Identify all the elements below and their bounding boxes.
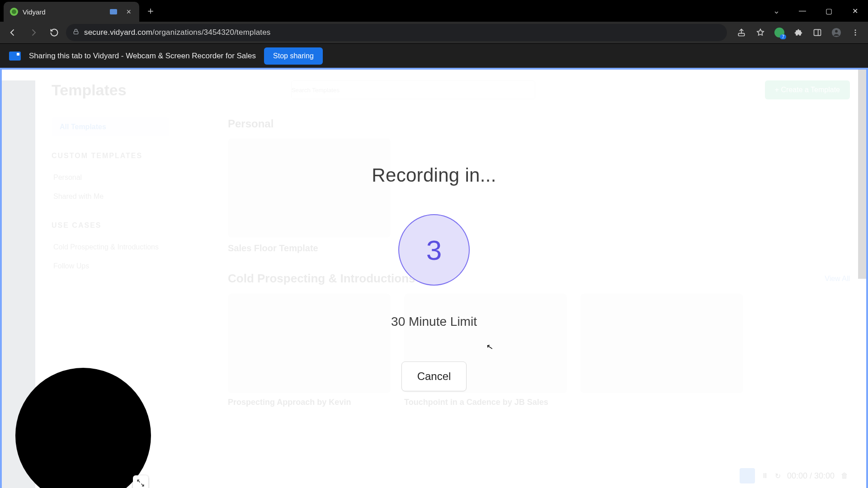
recording-limit-text: 30 Minute Limit [391,314,477,329]
restart-icon[interactable]: ↻ [775,472,781,480]
window-controls: ⌄ — ▢ ✕ [763,0,868,22]
template-card-title: Touchpoint in a Cadence by JB Sales [404,398,567,407]
svg-point-8 [855,34,856,36]
side-panel-icon[interactable] [808,23,826,42]
window-close-button[interactable]: ✕ [842,0,868,22]
tab-sharing-bar: Sharing this tab to Vidyard - Webcam & S… [0,43,868,68]
sidebar-item-shared: Shared with Me [52,187,214,206]
svg-point-6 [855,29,856,31]
view-all-link: View All [825,275,850,283]
template-card [228,138,391,238]
profile-avatar-icon[interactable] [827,23,845,42]
recording-toolbar: ⏸ ↻ 00:00 / 30:00 🗑 [740,468,848,483]
address-bar[interactable]: secure.vidyard.com/organizations/3454320… [66,24,727,41]
svg-rect-2 [814,29,821,35]
create-template-button: + Create a Template [765,80,850,99]
template-card [580,294,743,393]
lock-icon [72,28,80,37]
tab-sharing-indicator-icon [110,9,117,14]
section-title-personal: Personal [228,117,850,130]
tab-title: Vidyard [23,8,105,16]
window-minimize-button[interactable]: — [789,0,816,22]
vidyard-extension-icon[interactable]: 7 [770,23,788,42]
delete-icon[interactable]: 🗑 [841,472,848,480]
sidebar-item-all-templates: All Templates [52,117,169,136]
template-card-title: Prospecting Approach by Kevin [228,398,391,407]
browser-titlebar: Vidyard × ＋ ⌄ — ▢ ✕ [0,0,868,22]
countdown-circle: 3 [398,214,470,286]
recording-toolbar-button[interactable] [740,468,755,483]
extensions-puzzle-icon[interactable] [789,23,807,42]
new-tab-button[interactable]: ＋ [139,4,162,18]
sidebar-section-usecases: USE CASES [52,221,214,230]
tab-close-button[interactable]: × [124,7,133,17]
url-text: secure.vidyard.com/organizations/3454320… [84,28,271,37]
svg-point-5 [835,30,838,33]
window-maximize-button[interactable]: ▢ [816,0,842,22]
svg-rect-0 [74,31,78,34]
back-button[interactable] [4,23,22,42]
template-card [228,294,391,393]
cancel-button[interactable]: Cancel [401,361,467,391]
vidyard-favicon [10,8,18,16]
svg-point-7 [855,32,856,33]
page-title: Templates [52,81,127,99]
stop-sharing-button[interactable]: Stop sharing [264,47,323,65]
chrome-menu-icon[interactable] [846,23,864,42]
countdown-number: 3 [426,234,442,266]
sidebar-item-cold-prospecting: Cold Prospecting & Introductions [52,238,214,257]
pause-icon[interactable]: ⏸ [761,472,769,480]
expand-webcam-button[interactable] [133,475,148,488]
forward-button[interactable] [24,23,42,42]
sidebar-item-personal: Personal [52,168,214,187]
reload-button[interactable] [45,23,63,42]
recording-title: Recording in... [372,164,496,186]
browser-toolbar: secure.vidyard.com/organizations/3454320… [0,22,868,43]
sidebar-item-followups: Follow Ups [52,257,214,276]
share-icon[interactable] [732,23,750,42]
section-title-cold-prospecting: Cold Prospecting & Introductions [228,272,415,286]
svg-rect-1 [738,33,744,36]
tab-search-button[interactable]: ⌄ [763,0,789,22]
template-card-title: Sales Floor Template [228,243,850,253]
page-viewport: Templates + Create a Template All Templa… [0,68,868,488]
browser-tab[interactable]: Vidyard × [4,2,139,22]
search-input [291,80,535,99]
recording-timer: 00:00 / 30:00 [787,471,835,481]
screen-share-icon [9,52,21,61]
bookmark-star-icon[interactable] [751,23,769,42]
sidebar-section-custom: CUSTOM TEMPLATES [52,152,214,160]
sharing-status-text: Sharing this tab to Vidyard - Webcam & S… [29,52,256,61]
